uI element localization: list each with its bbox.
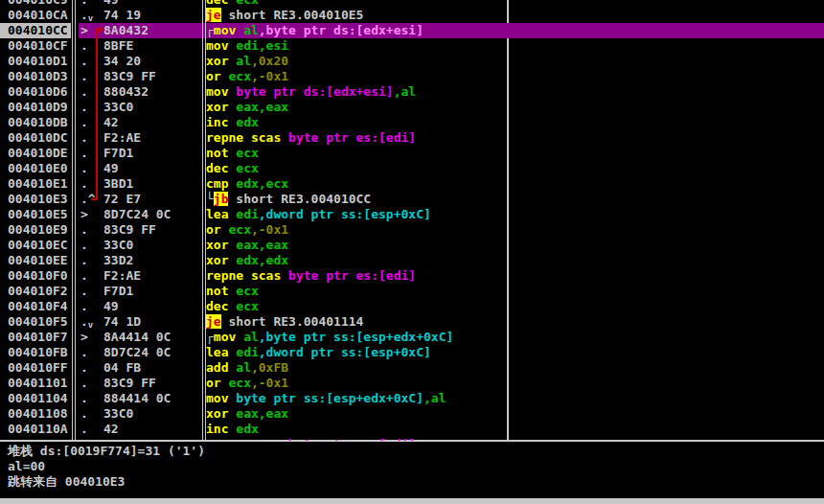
disasm-row[interactable]: 004010F0.F2:AErepne scas byte ptr es:[ed… bbox=[0, 268, 824, 284]
disasm-row[interactable]: 004010FF.04 FBadd al,0xFB bbox=[0, 360, 824, 376]
disassembly-cell: je short RE3.004010E5 bbox=[206, 8, 363, 23]
info-line-jump-from: 跳转来自 004010E3 bbox=[8, 474, 125, 490]
disasm-token: edx bbox=[236, 115, 258, 129]
disasm-row[interactable]: 004010CC>8A0432┌mov al,byte ptr ds:[edx+… bbox=[0, 23, 824, 38]
column-separator-address-left bbox=[72, 0, 73, 441]
disasm-row[interactable]: 004010CA.v74 19je short RE3.004010E5 bbox=[0, 8, 824, 23]
address-cell: 004010D3 bbox=[8, 69, 68, 84]
disasm-row[interactable]: 004010F4.49dec ecx bbox=[0, 299, 824, 314]
disassembly-cell: lea edi,dword ptr ss:[esp+0xC] bbox=[206, 345, 431, 360]
disasm-token: not bbox=[206, 284, 236, 298]
disasm-token: byte ptr es:[edi] bbox=[288, 437, 416, 441]
hex-bytes-cell: 49 bbox=[103, 0, 119, 8]
disasm-token: eax,eax bbox=[236, 406, 288, 421]
disassembly-pane[interactable]: 004010C9.49dec ecx004010CA.v74 19je shor… bbox=[0, 0, 824, 441]
address-cell: 00401108 bbox=[8, 406, 68, 422]
disassembly-cell: dec ecx bbox=[206, 299, 259, 314]
address-cell: 004010CF bbox=[8, 38, 68, 54]
disasm-row[interactable]: 00401108.33C0xor eax,eax bbox=[0, 406, 824, 422]
disasm-row[interactable]: 004010E3.^72 E7└jb short RE3.004010CC bbox=[0, 192, 824, 207]
disasm-token: ┌ bbox=[206, 23, 214, 37]
disasm-row[interactable]: 004010D9.33C0xor eax,eax bbox=[0, 100, 824, 115]
address-cell: 004010E9 bbox=[8, 222, 68, 238]
disasm-row[interactable]: 004010F2.F7D1not ecx bbox=[0, 284, 824, 299]
address-cell: 0040110A bbox=[8, 422, 68, 437]
disasm-row[interactable]: 004010E9.83C9 FFor ecx,-0x1 bbox=[0, 222, 824, 238]
disasm-token: ecx bbox=[228, 376, 250, 390]
hex-bytes-cell: 83C9 FF bbox=[103, 222, 156, 238]
address-cell: 004010F5 bbox=[8, 314, 68, 330]
disasm-row[interactable]: 00401104.884414 0Cmov byte ptr ss:[esp+e… bbox=[0, 391, 824, 406]
disasm-token: xor bbox=[206, 238, 236, 252]
hex-bytes-cell: 880432 bbox=[103, 84, 149, 100]
instruction-marker: . bbox=[80, 268, 88, 284]
disasm-row[interactable]: 004010DE.F7D1not ecx bbox=[0, 146, 824, 161]
hex-bytes-cell: F2:AE bbox=[103, 130, 141, 146]
disasm-token: dec bbox=[206, 299, 236, 313]
disasm-row[interactable]: 00401101.83C9 FFor ecx,-0x1 bbox=[0, 376, 824, 391]
disasm-row[interactable]: 004010DB.42inc edx bbox=[0, 115, 824, 130]
instruction-marker: . bbox=[80, 100, 88, 115]
disasm-row[interactable]: 004010F7>8A4414 0C┌mov al,byte ptr ss:[e… bbox=[0, 330, 824, 345]
disasm-token: edi,esi bbox=[236, 38, 288, 53]
address-cell: 004010EE bbox=[8, 253, 68, 268]
disasm-token: byte ptr ss:[esp+edx+0xC] bbox=[236, 391, 423, 405]
disasm-row[interactable]: 004010E5>8D7C24 0Clea edi,dword ptr ss:[… bbox=[0, 207, 824, 222]
address-cell: 004010DE bbox=[8, 146, 68, 161]
hex-bytes-cell: 34 20 bbox=[103, 54, 141, 69]
address-cell: 004010E0 bbox=[8, 161, 68, 176]
disasm-token: ,0xFB bbox=[251, 360, 288, 375]
disassembly-cell: inc edx bbox=[206, 115, 259, 130]
disasm-row[interactable]: 004010D3.83C9 FFor ecx,-0x1 bbox=[0, 69, 824, 84]
disasm-token: ,byte ptr ds:[edx+esi] bbox=[259, 23, 423, 37]
disasm-token: ,dword ptr ss:[esp+0xC] bbox=[259, 207, 431, 221]
disasm-token: xor bbox=[206, 253, 236, 267]
disasm-row[interactable]: 004010DC.F2:AErepne scas byte ptr es:[ed… bbox=[0, 130, 824, 146]
disasm-token: edi bbox=[236, 345, 258, 359]
address-cell: 004010F2 bbox=[8, 284, 68, 299]
address-cell: 004010F0 bbox=[8, 268, 68, 284]
disasm-row[interactable]: 004010EC.33C0xor eax,eax bbox=[0, 238, 824, 253]
info-pane: 堆栈 ds:[0019F774]=31 ('1') al=00 跳转来自 004… bbox=[0, 442, 824, 498]
disasm-row[interactable]: 0040110B.F2:AErepne scas byte ptr es:[ed… bbox=[0, 437, 824, 441]
disasm-token: ,dword ptr ss:[esp+0xC] bbox=[259, 345, 431, 359]
disasm-token: mov bbox=[214, 330, 243, 344]
hex-bytes-cell: F7D1 bbox=[103, 284, 133, 299]
disasm-row[interactable]: 004010E0.49dec ecx bbox=[0, 161, 824, 176]
disasm-token: add bbox=[206, 360, 236, 375]
disasm-row[interactable]: 004010F5.v74 1Dje short RE3.00401114 bbox=[0, 314, 824, 330]
hex-bytes-cell: 3BD1 bbox=[103, 176, 133, 192]
disasm-row[interactable]: 004010D1.34 20xor al,0x20 bbox=[0, 54, 824, 69]
disassembly-cell: cmp edx,ecx bbox=[206, 176, 288, 192]
disasm-row[interactable]: 004010E1.3BD1cmp edx,ecx bbox=[0, 176, 824, 192]
hex-bytes-cell: F2:AE bbox=[103, 437, 141, 441]
disasm-row[interactable]: 0040110A.42inc edx bbox=[0, 422, 824, 437]
instruction-marker: . bbox=[80, 130, 88, 146]
disasm-token: ,byte ptr ss:[esp+edx+0xC] bbox=[259, 330, 454, 344]
disasm-row[interactable]: 004010D6.880432mov byte ptr ds:[edx+esi]… bbox=[0, 84, 824, 100]
disasm-token: mov bbox=[206, 38, 236, 53]
disasm-token: ecx bbox=[228, 222, 250, 237]
disasm-row[interactable]: 004010CF.8BFEmov edi,esi bbox=[0, 38, 824, 54]
disasm-token: je bbox=[206, 314, 221, 329]
hex-bytes-cell: 8BFE bbox=[103, 38, 133, 54]
disasm-token: ecx bbox=[228, 69, 250, 83]
disasm-token: mov bbox=[206, 391, 236, 405]
disasm-row[interactable]: 004010FB.8D7C24 0Clea edi,dword ptr ss:[… bbox=[0, 345, 824, 360]
hex-bytes-cell: 8A0432 bbox=[103, 23, 149, 38]
instruction-marker: . bbox=[80, 69, 88, 84]
disasm-token: short RE3.004010CC bbox=[228, 192, 371, 206]
ollydbg-window: 004010C9.49dec ecx004010CA.v74 19je shor… bbox=[0, 0, 824, 504]
disasm-token: mov bbox=[214, 23, 243, 37]
disasm-token: lea bbox=[206, 207, 236, 221]
disasm-row[interactable]: 004010EE.33D2xor edx,edx bbox=[0, 253, 824, 268]
disasm-token: xor bbox=[206, 100, 236, 114]
disassembly-cell: or ecx,-0x1 bbox=[206, 222, 288, 238]
disasm-token: dec bbox=[206, 161, 236, 175]
disasm-row[interactable]: 004010C9.49dec ecx bbox=[0, 0, 824, 8]
disasm-token: lea bbox=[206, 345, 236, 359]
disasm-token: al bbox=[236, 54, 251, 68]
jump-target-marker: > bbox=[80, 330, 88, 345]
hex-bytes-cell: 49 bbox=[103, 299, 119, 314]
disasm-token: ecx bbox=[236, 299, 258, 313]
